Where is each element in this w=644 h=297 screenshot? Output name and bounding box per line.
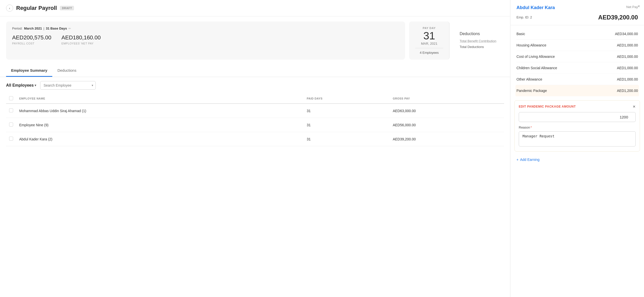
add-earning-button[interactable]: + Add Earning [510, 154, 546, 166]
all-employees-label: All Employees [6, 83, 34, 88]
summary-card-right: Deductions Total Benefit Contribution To… [454, 21, 504, 60]
earning-name: Housing Allowance [516, 43, 546, 47]
edit-period-icon[interactable]: ✏ [68, 27, 71, 30]
payroll-cost-value: AED200,575.00 [12, 34, 51, 41]
net-pay-header: Net Pay [626, 5, 638, 9]
edit-popup-title: EDIT PANDEMIC PACKAGE AMOUNT ✕ [519, 105, 636, 109]
main-content: ‹ Regular Payroll DRAFT Period: March 20… [0, 0, 510, 297]
base-days: 31 Base Days [46, 27, 67, 30]
amounts-row: AED200,575.00 PAYROLL COST AED180,160.00… [12, 34, 399, 45]
earning-row-pandemic: Pandemic Package AED1,200.00 [515, 85, 639, 96]
header-gross-pay: GROSS PAY [390, 94, 504, 104]
panel-employee-name: Abdul Kader Kara [516, 5, 555, 10]
row-checkbox-col [6, 118, 16, 132]
earning-value: AED1,200.00 [617, 89, 638, 93]
gross-pay-cell: AED56,000.00 [390, 118, 504, 132]
net-pay-label: Net Pay [626, 5, 638, 9]
add-earning-icon: + [516, 158, 518, 162]
search-container: ▾ [40, 81, 96, 90]
payroll-cost-label: PAYROLL COST [12, 42, 51, 45]
gross-pay-cell: AED39,200.00 [390, 132, 504, 146]
row-checkbox[interactable] [9, 137, 13, 141]
period-prefix: Period: [12, 27, 22, 30]
deductions-title: Deductions [460, 32, 504, 36]
header-employee-name: EMPLOYEE NAME [16, 94, 304, 104]
emp-id: Emp. ID: 2 [516, 15, 532, 19]
earnings-list: Basic AED34,000.00 Housing Allowance AED… [510, 26, 644, 98]
summary-card-left: Period: March 2021 | 31 Base Days ✏ AED2… [6, 21, 405, 60]
tab-employee-summary[interactable]: Employee Summary [6, 65, 52, 77]
earning-name: Pandemic Package [516, 89, 547, 93]
edit-pandemic-popup: EDIT PANDEMIC PACKAGE AMOUNT ✕ Reason * … [514, 100, 640, 152]
pay-day-number: 31 [423, 31, 435, 41]
net-pay-value: AED39,200.00 [598, 14, 638, 21]
earning-row-basic: Basic AED34,000.00 [516, 28, 638, 40]
table-row[interactable]: Employee Nine (9) 31 AED56,000.00 [6, 118, 504, 132]
employee-name-cell: Employee Nine (9) [16, 118, 304, 132]
emp-id-row: Emp. ID: 2 AED39,200.00 [510, 13, 644, 25]
employees-count: 4 Employees [420, 51, 439, 55]
select-all-checkbox[interactable] [9, 96, 13, 100]
pandemic-amount-input[interactable] [519, 112, 636, 122]
search-input[interactable] [40, 81, 96, 90]
close-panel-button[interactable]: × [638, 4, 640, 9]
earning-value: AED1,000.00 [617, 66, 638, 70]
earning-row-other: Other Allowance AED1,000.00 [516, 74, 638, 85]
earning-row-cola: Cost of Living Allowance AED1,000.00 [516, 51, 638, 62]
panel-header: Abdul Kader Kara Net Pay [510, 0, 644, 13]
period-line: Period: March 2021 | 31 Base Days ✏ [12, 27, 399, 30]
summary-card-mid: PAY DAY 31 MAR, 2021 4 Employees [409, 21, 450, 60]
paid-days-cell: 31 [304, 132, 390, 146]
earning-name: Children Social Allowance [516, 66, 557, 70]
tabs: Employee Summary Deductions [6, 65, 504, 77]
table-row[interactable]: Abdul Kader Kara (2) 31 AED39,200.00 [6, 132, 504, 146]
panel-divider [510, 25, 644, 25]
earning-value: AED1,000.00 [617, 43, 638, 47]
table-row[interactable]: Mohammad Abbas Uddin Siraj Ahamad (1) 31… [6, 104, 504, 118]
paid-days-cell: 31 [304, 118, 390, 132]
reason-textarea[interactable]: Manager Request [519, 131, 636, 146]
reason-label: Reason * [519, 126, 636, 129]
row-checkbox[interactable] [9, 122, 13, 127]
tab-deductions[interactable]: Deductions [52, 65, 81, 77]
employee-name-cell: Mohammad Abbas Uddin Siraj Ahamad (1) [16, 104, 304, 118]
pay-day-label: PAY DAY [423, 27, 436, 30]
row-checkbox-col [6, 132, 16, 146]
total-deductions-item: Total Deductions [460, 45, 504, 49]
employee-name-cell: Abdul Kader Kara (2) [16, 132, 304, 146]
table-header-row: EMPLOYEE NAME PAID DAYS GROSS PAY [6, 94, 504, 104]
payroll-cost-block: AED200,575.00 PAYROLL COST [12, 34, 51, 45]
edit-popup-close-button[interactable]: ✕ [633, 105, 636, 109]
all-employees-dropdown[interactable]: All Employees ▾ [6, 83, 36, 88]
row-checkbox-col [6, 104, 16, 118]
total-benefit-contribution-link[interactable]: Total Benefit Contribution [460, 39, 504, 43]
earning-name: Basic [516, 32, 525, 36]
summary-section: Period: March 2021 | 31 Base Days ✏ AED2… [0, 16, 510, 65]
chevron-down-icon: ▾ [35, 84, 36, 87]
table-wrapper: EMPLOYEE NAME PAID DAYS GROSS PAY [0, 94, 510, 146]
pay-day-month: MAR, 2021 [421, 42, 437, 45]
page-title: Regular Payroll [16, 5, 57, 11]
back-button[interactable]: ‹ [6, 5, 13, 12]
right-panel: × Abdul Kader Kara Net Pay Emp. ID: 2 AE… [510, 0, 644, 297]
page-layout: ‹ Regular Payroll DRAFT Period: March 20… [0, 0, 644, 297]
paid-days-cell: 31 [304, 104, 390, 118]
tabs-section: Employee Summary Deductions [0, 65, 510, 77]
earning-value: AED1,000.00 [617, 77, 638, 81]
employees-net-pay-label: EMPLOYEES' NET PAY [61, 42, 101, 45]
period-value: March 2021 [24, 27, 42, 30]
employees-table: EMPLOYEE NAME PAID DAYS GROSS PAY [6, 94, 504, 146]
earning-row-children: Children Social Allowance AED1,000.00 [516, 62, 638, 74]
earning-name: Other Allowance [516, 77, 542, 81]
earning-name: Cost of Living Allowance [516, 55, 555, 59]
earning-value: AED34,000.00 [615, 32, 638, 36]
back-icon: ‹ [9, 6, 10, 10]
header: ‹ Regular Payroll DRAFT [0, 0, 510, 16]
row-checkbox[interactable] [9, 108, 13, 112]
period-separator: | [43, 27, 44, 30]
employees-net-pay-value: AED180,160.00 [61, 34, 101, 41]
header-checkbox-col [6, 94, 16, 104]
header-paid-days: PAID DAYS [304, 94, 390, 104]
net-pay-block: AED180,160.00 EMPLOYEES' NET PAY [61, 34, 101, 45]
earning-value: AED1,000.00 [617, 55, 638, 59]
